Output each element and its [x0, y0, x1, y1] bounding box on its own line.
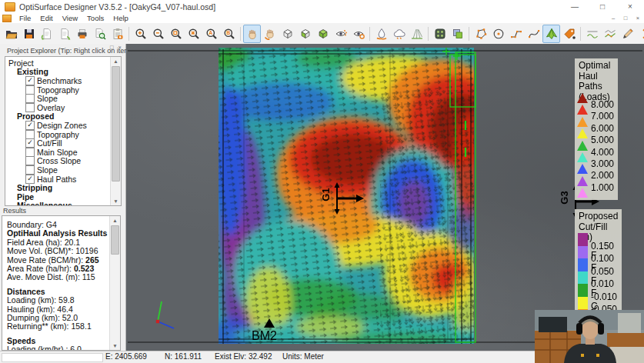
haul-legend-scale: 8.0007.0006.0005.0004.0003.0002.0001.000 [575, 93, 618, 200]
tree-item-cross-slope[interactable]: Cross Slope [7, 157, 110, 166]
unchecked-checkbox[interactable] [25, 165, 35, 175]
scroll-up-icon[interactable]: ▲ [110, 216, 120, 225]
zoom-back-button[interactable]: B [220, 25, 238, 43]
maximize-button[interactable]: □ [589, 0, 616, 13]
tree-scrollbar[interactable]: ▲ ▼ [110, 57, 121, 205]
tree-item-topography[interactable]: Topography [7, 85, 110, 95]
tag-button[interactable] [560, 25, 578, 43]
child-restore-button[interactable]: □ [619, 15, 632, 22]
tree-item-proposed[interactable]: Proposed [7, 112, 110, 122]
layers-button[interactable] [449, 25, 466, 43]
unchecked-checkbox[interactable] [25, 156, 35, 165]
menu-help[interactable]: Help [108, 14, 133, 22]
zoom-all-button[interactable]: A [202, 25, 220, 43]
cube-wire-icon [282, 28, 294, 40]
haul-legend-value: 4.000 [591, 148, 614, 157]
checked-checkbox[interactable]: ✓ [25, 76, 35, 85]
preview-button[interactable] [91, 25, 108, 43]
checked-checkbox[interactable]: ✓ [25, 175, 35, 184]
tree-item-design-zones[interactable]: ✓Design Zones [7, 121, 110, 130]
grid-cells-button[interactable] [431, 25, 449, 43]
unchecked-checkbox[interactable] [25, 148, 35, 157]
scroll-thumb[interactable] [112, 66, 120, 182]
unchecked-checkbox[interactable] [25, 103, 35, 112]
tree-item-slope[interactable]: Slope [7, 165, 110, 175]
section-multi-button[interactable] [601, 25, 619, 43]
results-line-label: Move Rate (BCM/hr): [7, 255, 85, 265]
map-canvas[interactable]: G1 G3 BM2 [126, 44, 644, 351]
spline-button[interactable] [525, 25, 542, 43]
export-button[interactable] [55, 25, 73, 43]
child-minimize-button[interactable]: – [607, 15, 619, 22]
tree-item-slope[interactable]: Slope [7, 94, 110, 103]
minimize-button[interactable]: — [561, 0, 589, 13]
pencil-button[interactable] [619, 25, 636, 43]
chevron-button[interactable] [636, 25, 644, 43]
panel-pin-close-icons[interactable]: □ × [110, 44, 123, 51]
cube-wire-button[interactable] [279, 25, 296, 43]
checked-checkbox[interactable]: ✓ [25, 138, 35, 148]
scroll-down-icon[interactable]: ▼ [110, 341, 120, 350]
haul-legend-value: 6.000 [591, 124, 614, 133]
tree-item-label: Slope [37, 165, 58, 175]
unchecked-checkbox[interactable] [25, 130, 35, 139]
tree-item-existing[interactable]: Existing [7, 68, 110, 77]
results-scrollbar[interactable]: ▲ ▼ [109, 216, 120, 350]
cloud-button[interactable] [390, 25, 408, 43]
menu-edit[interactable]: Edit [35, 14, 57, 22]
results-header: Results [3, 207, 26, 215]
polyline-button[interactable] [507, 25, 525, 43]
zoom-window-button[interactable] [167, 25, 185, 43]
checked-checkbox[interactable]: ✓ [25, 121, 35, 130]
pan-button[interactable] [243, 25, 261, 43]
print-button[interactable] [73, 25, 91, 43]
tree-item-topography[interactable]: Topography [7, 130, 110, 139]
pan-rotate-button[interactable] [261, 25, 279, 43]
section-line-button[interactable] [583, 25, 601, 43]
zoom-extents-button[interactable] [185, 25, 202, 43]
tree-item-project[interactable]: Project [7, 58, 110, 68]
menu-file[interactable]: File [15, 14, 35, 22]
tree-item-cut-fill[interactable]: ✓Cut/Fill [7, 138, 110, 148]
cube-left-button[interactable] [296, 25, 314, 43]
scroll-up-icon[interactable]: ▲ [111, 57, 121, 65]
cube-solid-button[interactable] [314, 25, 332, 43]
cube-solid-icon [317, 28, 329, 40]
tree-item-main-slope[interactable]: Main Slope [7, 148, 110, 157]
scroll-down-icon[interactable]: ▼ [111, 197, 121, 205]
tree-item-benchmarks[interactable]: ✓Benchmarks [7, 76, 110, 85]
tree-item-overlay[interactable]: Overlay [7, 103, 110, 112]
unchecked-checkbox[interactable] [25, 94, 35, 103]
main-toolbar: ABA [0, 23, 644, 45]
eye-ring-button[interactable] [349, 25, 367, 43]
results-line: Boundary: G4 [7, 220, 108, 228]
menu-view[interactable]: View [58, 14, 82, 22]
polygon-button[interactable] [472, 25, 489, 43]
import-button[interactable] [38, 25, 55, 43]
toolbar-separator [369, 27, 370, 41]
tree-item-pipe[interactable]: Pipe [7, 192, 110, 201]
open-folder-button[interactable] [2, 25, 20, 43]
zoom-out-button[interactable] [149, 25, 167, 43]
results-line-value: 265 [85, 255, 99, 265]
terrain-button[interactable] [542, 25, 560, 43]
menu-tools[interactable]: Tools [82, 14, 108, 22]
pan-icon [246, 28, 259, 40]
scroll-thumb[interactable] [111, 225, 119, 255]
tree-item-miscellaneous[interactable]: Miscellaneous [7, 201, 110, 207]
circle-center-button[interactable] [489, 25, 507, 43]
tree-item-haul-paths[interactable]: ✓Haul Paths [7, 175, 110, 184]
project-explorer-tree: ProjectExisting✓BenchmarksTopographySlop… [5, 56, 122, 206]
unchecked-checkbox[interactable] [25, 85, 35, 95]
zoom-in-button[interactable] [132, 25, 149, 43]
water-drop-button[interactable] [372, 25, 390, 43]
report-button[interactable] [108, 25, 126, 43]
furrows-button[interactable] [408, 25, 425, 43]
tree-item-stripping[interactable]: Stripping [7, 183, 110, 192]
eye-dots-button[interactable] [332, 25, 349, 43]
close-button[interactable]: × [616, 0, 644, 13]
child-close-button[interactable]: × [632, 15, 644, 22]
map-viewport[interactable]: G1 G3 BM2 OptimalHaul Pat [126, 44, 644, 351]
save-button[interactable] [20, 25, 38, 43]
furrows-icon [411, 28, 423, 40]
